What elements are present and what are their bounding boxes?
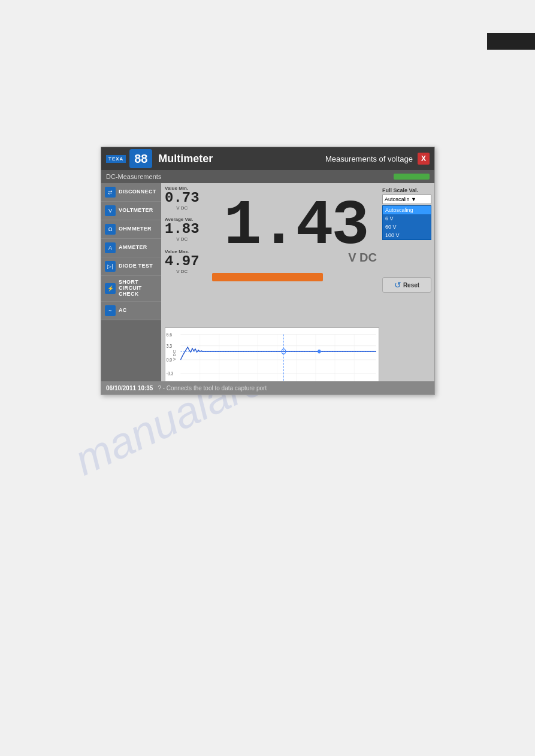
reset-button[interactable]: ↺ Reset <box>382 277 431 293</box>
svg-text:3.3: 3.3 <box>167 343 172 349</box>
orange-bar <box>212 273 323 281</box>
top-right-bar <box>487 33 535 50</box>
svg-point-35 <box>318 350 321 353</box>
svg-text:6.6: 6.6 <box>167 332 172 338</box>
title-bar: TEXA 88 Multimeter Measurements of volta… <box>101 147 434 170</box>
sidebar-label-ammeter: AMMETER <box>119 245 147 251</box>
close-button[interactable]: X <box>418 153 430 165</box>
diode-test-icon: ▷| <box>105 261 116 272</box>
value-min-unit: V DC <box>165 205 200 211</box>
value-max-number: 4.97 <box>165 254 200 269</box>
sidebar-label-ohmmeter: OHMMETER <box>119 226 152 232</box>
sidebar-label-ac: AC <box>119 308 127 314</box>
dc-measurements-label: DC-Measurements <box>106 173 161 180</box>
sidebar-item-voltmeter[interactable]: V VOLTMETER <box>101 202 161 220</box>
status-message: ? - Connects the tool to data capture po… <box>158 385 267 391</box>
main-display: 1.43 V DC <box>212 184 379 268</box>
ohmmeter-icon: Ω <box>105 224 116 235</box>
sidebar-item-ammeter[interactable]: A AMMETER <box>101 239 161 257</box>
right-panel: Full Scale Val. Autoscalin ▼ Autoscaling… <box>380 186 433 294</box>
dropdown-list: Autoscaling 6 V 60 V 100 V <box>382 205 431 240</box>
texa-logo: TEXA <box>106 155 126 163</box>
sidebar-label-diode-test: DIODE TEST <box>119 263 153 269</box>
short-circuit-icon: ⚡ <box>105 283 116 294</box>
status-bar: 06/10/2011 10:35 ? - Connects the tool t… <box>101 381 434 394</box>
svg-text:V DC: V DC <box>173 350 176 361</box>
sidebar-label-disconnect: DISCONNECT <box>119 189 156 195</box>
average-val-unit: V DC <box>165 236 200 242</box>
dropdown-option-autoscaling[interactable]: Autoscaling <box>383 206 431 214</box>
full-scale-label: Full Scale Val. <box>382 187 431 193</box>
svg-text:-3.3: -3.3 <box>167 371 174 377</box>
reset-icon: ↺ <box>394 280 401 290</box>
multimeter-icon: 88 <box>129 149 152 168</box>
green-indicator-bar <box>394 174 430 180</box>
average-val-number: 1.83 <box>165 222 200 236</box>
disconnect-icon: ⇌ <box>105 187 116 198</box>
sidebar-label-short-circuit: SHORT CIRCUIT CHECK <box>119 280 158 297</box>
measurements-label: Measurements of voltage <box>325 154 413 163</box>
value-min-block: Value Min. 0.73 V DC <box>165 186 200 211</box>
dropdown-option-60v[interactable]: 60 V <box>383 223 431 231</box>
sidebar-label-voltmeter: VOLTMETER <box>119 208 153 214</box>
ac-icon: ~ <box>105 305 116 316</box>
multimeter-window: TEXA 88 Multimeter Measurements of volta… <box>101 147 435 395</box>
voltmeter-icon: V <box>105 205 116 216</box>
sidebar-item-ohmmeter[interactable]: Ω OHMMETER <box>101 220 161 239</box>
value-min-number: 0.73 <box>165 191 200 205</box>
value-max-block: Value Max. 4.97 V DC <box>165 249 200 274</box>
reset-label: Reset <box>403 282 419 289</box>
dropdown-value: Autoscalin ▼ <box>385 196 416 202</box>
value-max-unit: V DC <box>165 269 200 274</box>
window-title: Multimeter <box>158 153 325 165</box>
main-value: 1.43 <box>223 195 367 258</box>
average-val-block: Average Val. 1.83 V DC <box>165 217 200 242</box>
sidebar-item-diode-test[interactable]: ▷| DIODE TEST <box>101 257 161 276</box>
main-content: ⇌ DISCONNECT V VOLTMETER Ω OHMMETER A AM… <box>101 183 434 394</box>
sidebar-item-disconnect[interactable]: ⇌ DISCONNECT <box>101 183 161 202</box>
dropdown-option-6v[interactable]: 6 V <box>383 214 431 223</box>
svg-text:0.0: 0.0 <box>167 357 172 363</box>
status-datetime: 06/10/2011 10:35 <box>106 385 153 391</box>
full-scale-dropdown[interactable]: Autoscalin ▼ <box>382 195 431 204</box>
sidebar-item-short-circuit[interactable]: ⚡ SHORT CIRCUIT CHECK <box>101 276 161 302</box>
sidebar: ⇌ DISCONNECT V VOLTMETER Ω OHMMETER A AM… <box>101 183 161 394</box>
main-unit: V DC <box>348 251 377 265</box>
dropdown-option-100v[interactable]: 100 V <box>383 231 431 239</box>
sidebar-item-ac[interactable]: ~ AC <box>101 302 161 320</box>
ammeter-icon: A <box>105 242 116 253</box>
subtitle-bar: DC-Measurements <box>101 170 434 183</box>
